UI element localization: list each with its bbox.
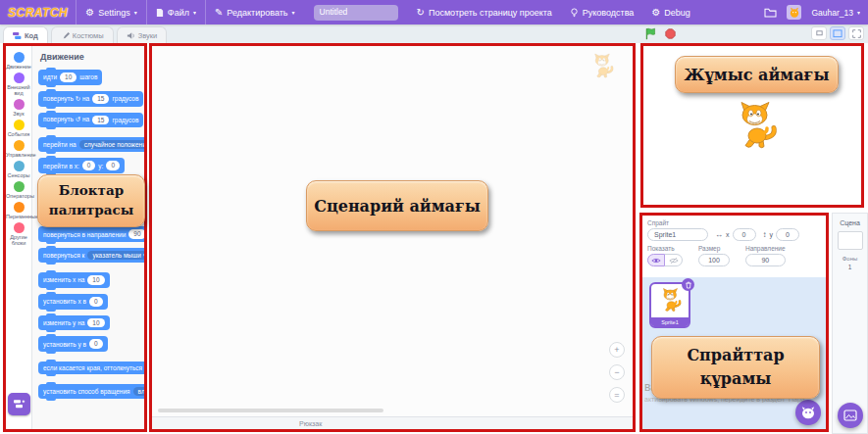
category-item[interactable]: События bbox=[6, 120, 31, 137]
category-color-dot bbox=[14, 222, 25, 233]
block-input[interactable]: 15 bbox=[92, 116, 109, 125]
block-input[interactable]: 0 bbox=[106, 161, 120, 170]
block-text: градусов bbox=[112, 117, 138, 123]
category-item[interactable]: Другие блоки bbox=[6, 222, 31, 246]
username: Gauhar_13 bbox=[811, 8, 853, 18]
block-text: y: bbox=[98, 163, 103, 169]
category-label: События bbox=[6, 131, 31, 137]
stage-run-controls bbox=[644, 27, 676, 40]
block-input[interactable]: 15 bbox=[92, 94, 109, 104]
tutorials-button[interactable]: Руководства bbox=[561, 0, 643, 24]
folder-icon[interactable] bbox=[764, 7, 777, 18]
project-name-input[interactable]: Untitled bbox=[314, 5, 398, 21]
sprite-card[interactable]: Sprite1 bbox=[649, 282, 690, 328]
category-item[interactable]: Управление bbox=[6, 140, 31, 158]
block-input[interactable]: 10 bbox=[87, 275, 104, 285]
palette-block[interactable]: повернуться в направлении90 bbox=[38, 226, 144, 242]
user-menu[interactable]: Gauhar_13 ▾ bbox=[811, 8, 860, 18]
block-text: изменить x на bbox=[43, 276, 84, 283]
scratch-logo[interactable]: SCRATCH bbox=[8, 6, 68, 20]
block-input[interactable]: 90 bbox=[128, 229, 144, 239]
backpack-bar[interactable]: Рюкзак bbox=[152, 416, 633, 429]
fullscreen-button[interactable] bbox=[848, 26, 864, 40]
size-label: Размер bbox=[698, 245, 730, 252]
horizontal-scrollbar[interactable] bbox=[158, 409, 383, 412]
scratch-editor: SCRATCH ⚙ Settings ▾ Файл ▾ ✎ Редактиров… bbox=[0, 0, 868, 434]
category-item[interactable]: Операторы bbox=[6, 181, 31, 199]
block-text: повернуться к bbox=[43, 252, 84, 259]
category-color-dot bbox=[14, 120, 25, 130]
hide-sprite-button[interactable] bbox=[665, 254, 683, 266]
zoom-button[interactable]: − bbox=[609, 364, 625, 380]
small-stage-button[interactable] bbox=[811, 26, 827, 40]
block-input[interactable]: 0 bbox=[89, 339, 103, 349]
palette-block[interactable]: повернуть ↻ на15градусов bbox=[38, 91, 143, 107]
block-input[interactable]: 0 bbox=[82, 161, 96, 170]
chevron-down-icon: ▾ bbox=[857, 9, 860, 16]
sprite-y-input[interactable]: 0 bbox=[776, 228, 799, 241]
menu-file[interactable]: Файл ▾ bbox=[146, 0, 205, 24]
large-stage-button[interactable] bbox=[830, 26, 845, 40]
sprite-on-stage[interactable] bbox=[731, 99, 780, 151]
menu-edit[interactable]: ✎ Редактировать ▾ bbox=[205, 0, 304, 24]
backdrop-thumbnail[interactable] bbox=[838, 231, 863, 250]
palette-block[interactable]: перейти в x:0y:0 bbox=[38, 158, 125, 173]
palette-block[interactable]: изменить x на10 bbox=[38, 272, 110, 288]
show-sprite-button[interactable] bbox=[647, 254, 665, 266]
block-input[interactable]: 0 bbox=[89, 297, 103, 307]
sprite-size-input[interactable]: 100 bbox=[698, 254, 730, 266]
category-item[interactable]: Сенсоры bbox=[6, 161, 31, 178]
block-dropdown[interactable]: случайное положение bbox=[79, 140, 144, 149]
x-label: x bbox=[726, 231, 730, 238]
menu-settings[interactable]: ⚙ Settings ▾ bbox=[76, 0, 146, 24]
tab-code[interactable]: Код bbox=[3, 26, 48, 43]
see-project-page-button[interactable]: ↻ Посмотреть страницу проекта bbox=[408, 0, 561, 24]
block-dropdown[interactable]: влево-вправо bbox=[133, 387, 144, 396]
category-color-dot bbox=[14, 99, 25, 110]
annotation-text: Сценарий аймағы bbox=[314, 197, 481, 216]
palette-block[interactable]: установить y в0 bbox=[38, 336, 108, 352]
zoom-button[interactable]: = bbox=[609, 387, 625, 403]
palette-block[interactable]: повернуть ↺ на15градусов bbox=[38, 113, 143, 128]
annotation-text: палитрасы bbox=[49, 201, 133, 220]
block-dropdown[interactable]: указатель мыши bbox=[87, 251, 144, 260]
category-item[interactable]: Переменные bbox=[6, 202, 31, 219]
block-input[interactable]: 10 bbox=[60, 72, 77, 82]
category-label: Управление bbox=[6, 152, 31, 158]
stop-button[interactable] bbox=[665, 28, 676, 39]
zoom-button[interactable]: + bbox=[609, 342, 625, 358]
sprite-info: Спрайт Sprite1 ↔ x 0 ↕ y 0 Показать bbox=[642, 216, 826, 266]
palette-block[interactable]: если касается края, оттолкнуться bbox=[38, 362, 144, 374]
palette-block[interactable]: установить способ вращениявлево-вправо bbox=[38, 384, 144, 399]
category-item[interactable]: Внешний вид bbox=[6, 72, 31, 96]
block-input[interactable]: 10 bbox=[87, 318, 104, 328]
sprite-direction-input[interactable]: 90 bbox=[745, 254, 786, 266]
sprite-x-input[interactable]: 0 bbox=[733, 228, 756, 241]
category-item[interactable]: Звук bbox=[6, 99, 31, 117]
category-label: Сенсоры bbox=[6, 172, 31, 178]
stage-selector[interactable]: Сцена Фоны 1 bbox=[832, 213, 868, 434]
add-backdrop-button[interactable] bbox=[838, 403, 863, 428]
tab-costumes[interactable]: Костюмы bbox=[51, 26, 114, 43]
add-sprite-button[interactable] bbox=[795, 400, 821, 425]
block-text: повернуть ↻ на bbox=[43, 95, 89, 103]
file-icon bbox=[156, 8, 164, 18]
add-extension-button[interactable] bbox=[8, 393, 30, 415]
debug-button[interactable]: ⚙ Debug bbox=[642, 0, 699, 24]
palette-block[interactable]: повернуться куказатель мыши bbox=[38, 248, 144, 263]
script-area[interactable]: + − = Рюкзак bbox=[149, 43, 636, 432]
green-flag-button[interactable] bbox=[644, 27, 657, 40]
category-label: Звук bbox=[6, 111, 31, 117]
palette-block[interactable]: перейти наслучайное положение bbox=[38, 137, 144, 152]
sprite-name-input[interactable]: Sprite1 bbox=[647, 228, 708, 241]
category-item[interactable]: Движение bbox=[6, 52, 31, 70]
delete-sprite-button[interactable] bbox=[682, 278, 694, 291]
palette-block[interactable]: установить x в0 bbox=[38, 294, 108, 310]
palette-block[interactable]: идти10шагов bbox=[38, 70, 102, 85]
annotation-sprites: Спрайттар құрамы bbox=[651, 336, 820, 399]
tab-sounds[interactable]: Звуки bbox=[117, 26, 168, 43]
palette-block[interactable]: изменить y на10 bbox=[38, 315, 110, 331]
y-label: y bbox=[770, 231, 774, 238]
block-text: установить x в bbox=[43, 298, 86, 305]
avatar[interactable] bbox=[787, 5, 801, 20]
